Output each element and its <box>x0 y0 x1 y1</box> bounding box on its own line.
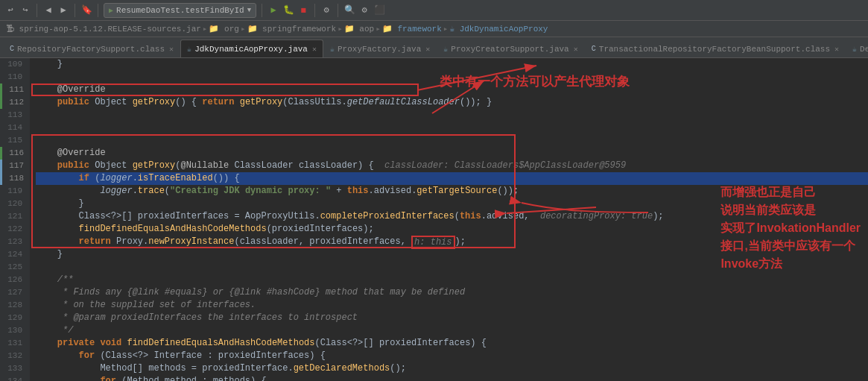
close-tab-2[interactable]: ✕ <box>312 45 317 54</box>
code-line-131: private void findDefinedEqualsAndHashCod… <box>36 337 868 350</box>
code-line-116: @Override <box>36 147 868 160</box>
toolbar: ↩ ↪ ◀ ▶ 🔖 ▶ ResumeDaoTest.testFindById ▼… <box>0 0 868 21</box>
code-line-133: Method[] methods = proxiedInterface.getD… <box>36 362 868 375</box>
code-line-110 <box>36 71 868 84</box>
ide-window: ↩ ↪ ◀ ▶ 🔖 ▶ ResumeDaoTest.testFindById ▼… <box>0 0 868 381</box>
ln-132: 132 <box>0 350 25 362</box>
breadcrumb-jar: 🗜 spring-aop-5.1.12.RELEASE-sources.jar <box>6 24 201 34</box>
code-line-113 <box>36 109 868 122</box>
ln-131: 131 <box>0 337 25 350</box>
code-line-132: for (Class<?> Interface : proxiedInterfa… <box>36 350 868 362</box>
code-line-126: /** <box>36 274 868 286</box>
separator-4 <box>262 4 262 17</box>
breadcrumb-class: ☕ JdkDynamicAopProxy <box>449 24 548 34</box>
code-area[interactable]: } @Override public Object getProxy() { r… <box>30 58 868 381</box>
breadcrumb-springframework: 📁 springframework <box>247 24 337 34</box>
ln-128: 128 <box>0 299 25 312</box>
ln-116: 116 <box>0 147 25 160</box>
ln-134: 134 <box>0 375 25 381</box>
ln-120: 120 <box>0 198 25 210</box>
ln-123: 123 <box>0 236 25 248</box>
close-tab-5[interactable]: ✕ <box>834 45 839 54</box>
editor-outer: 109 110 111 112 113 114 115 116 117 118 … <box>0 58 868 381</box>
breadcrumb: 🗜 spring-aop-5.1.12.RELEASE-sources.jar … <box>0 21 868 37</box>
forward-icon[interactable]: ▶ <box>57 4 69 16</box>
build-icon[interactable]: ⚙ <box>320 4 332 16</box>
ln-118: 118 <box>0 172 25 185</box>
ln-114: 114 <box>0 122 25 134</box>
ln-126: 126 <box>0 274 25 286</box>
separator-6 <box>338 4 338 17</box>
run-icon[interactable]: ▶ <box>267 4 279 16</box>
ln-109: 109 <box>0 58 25 71</box>
ln-119: 119 <box>0 185 25 198</box>
close-tab-1[interactable]: ✕ <box>169 45 174 54</box>
tab-repository-factory-support[interactable]: C RepositoryFactorySupport.class ✕ <box>3 40 180 57</box>
stop-icon[interactable]: ◼ <box>297 4 309 16</box>
code-line-111: @Override <box>36 84 868 96</box>
close-tab-4[interactable]: ✕ <box>574 45 578 54</box>
ln-127: 127 <box>0 286 25 299</box>
ln-121: 121 <box>0 210 25 223</box>
bookmark-icon[interactable]: 🔖 <box>80 4 92 16</box>
ln-112: 112 <box>0 96 25 109</box>
ln-130: 130 <box>0 324 25 337</box>
breadcrumb-framework: 📁 framework <box>382 24 442 34</box>
debug-icon[interactable]: 🐛 <box>282 4 294 16</box>
editor-tabs: C RepositoryFactorySupport.class ✕ ☕ Jdk… <box>0 37 868 58</box>
ln-115: 115 <box>0 134 25 147</box>
code-line-114 <box>36 122 868 134</box>
tab-default-aop[interactable]: ☕ DefaultAopProxyFactory.java ✕ <box>846 40 868 57</box>
cn-annotation-2: 而增强也正是自己 说明当前类应该是 实现了InvokationHandler 接… <box>720 183 861 273</box>
separator-2 <box>75 4 75 17</box>
code-line-127: * Finds any {@link #equals} or {@link #h… <box>36 286 868 299</box>
code-line-112: public Object getProxy() { return getPro… <box>36 96 868 109</box>
ln-129: 129 <box>0 312 25 324</box>
code-line-115 <box>36 134 868 147</box>
code-line-117: public Object getProxy(@Nullable ClassLo… <box>36 160 868 172</box>
run-config-arrow: ▼ <box>247 7 251 14</box>
ln-113: 113 <box>0 109 25 122</box>
close-tab-3[interactable]: ✕ <box>425 45 430 54</box>
undo-icon[interactable]: ↩ <box>4 4 16 16</box>
tab-proxy-factory[interactable]: ☕ ProxyFactory.java ✕ <box>323 40 437 57</box>
breadcrumb-org: 📁 org <box>209 24 238 34</box>
run-config-label: ResumeDaoTest.testFindById <box>116 6 244 15</box>
tab-transactional[interactable]: C TransactionalRepositoryFactoryBeanSupp… <box>585 40 846 57</box>
code-line-109: } <box>36 58 868 71</box>
ln-125: 125 <box>0 261 25 274</box>
ln-117: 117 <box>0 160 25 172</box>
code-line-134: for (Method method : methods) { <box>36 375 868 381</box>
separator-5 <box>314 4 315 17</box>
tab-proxy-creator-support[interactable]: ☕ ProxyCreatorSupport.java ✕ <box>437 40 585 57</box>
line-numbers: 109 110 111 112 113 114 115 116 117 118 … <box>0 58 30 381</box>
code-line-129: * @param proxiedInterfaces the interface… <box>36 312 868 324</box>
terminal-icon[interactable]: ⬛ <box>373 4 385 16</box>
search-icon[interactable]: 🔍 <box>343 4 355 16</box>
back-icon[interactable]: ◀ <box>42 4 54 16</box>
ln-110: 110 <box>0 71 25 84</box>
ln-122: 122 <box>0 223 25 236</box>
ln-133: 133 <box>0 362 25 375</box>
ln-111: 111 <box>0 84 25 96</box>
tab-jdk-dynamic-aop-proxy[interactable]: ☕ JdkDynamicAopProxy.java ✕ <box>180 40 323 57</box>
separator-1 <box>37 4 37 17</box>
ln-124: 124 <box>0 248 25 261</box>
separator-3 <box>98 4 98 17</box>
run-config-selector[interactable]: ▶ ResumeDaoTest.testFindById ▼ <box>104 3 256 18</box>
code-line-128: * on the supplied set of interfaces. <box>36 299 868 312</box>
redo-icon[interactable]: ↪ <box>19 4 31 16</box>
breadcrumb-aop: 📁 aop <box>344 24 374 34</box>
settings-icon[interactable]: ⚙ <box>358 4 370 16</box>
code-line-130: */ <box>36 324 868 337</box>
